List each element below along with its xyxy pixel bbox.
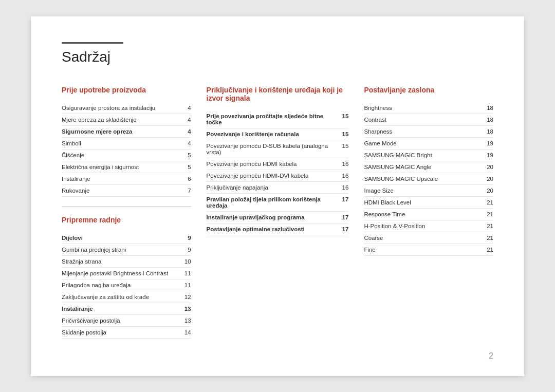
toc-item-page: 12 [184, 294, 191, 300]
toc-item-page: 15 [342, 143, 349, 149]
toc-item-page: 4 [188, 117, 191, 123]
toc-item-label: Povezivanje pomoću HDMI-DVI kabela [207, 173, 337, 179]
toc-item-page: 18 [487, 117, 493, 123]
toc-item: H-Position & V-Position21 [364, 220, 493, 232]
toc-item-page: 21 [487, 223, 493, 229]
toc-item: Instaliranje upravljačkog programa17 [207, 212, 349, 223]
toc-item: Instaliranje13 [62, 303, 191, 315]
toc-item-label: Instaliranje [62, 306, 179, 312]
toc-item: Osiguravanje prostora za instalaciju4 [62, 102, 191, 114]
toc-item-label: Rukovanje [62, 188, 182, 194]
toc-item-label: Pričvršćivanje postolja [62, 318, 179, 324]
toc-item-label: Gumbi na prednjoj strani [62, 247, 182, 253]
section-3-items: Prije povezivanja pročitajte sljedeće bi… [207, 110, 349, 235]
toc-item-label: Električna energija i sigurnost [62, 164, 182, 170]
toc-item-page: 15 [342, 113, 349, 119]
toc-item-page: 20 [487, 176, 493, 182]
toc-item-page: 9 [188, 235, 191, 241]
toc-item: Coarse21 [364, 232, 493, 244]
toc-item-label: Zaključavanje za zaštitu od krađe [62, 294, 179, 300]
toc-item: Sigurnosne mjere opreza4 [62, 126, 191, 138]
toc-item: Instaliranje6 [62, 173, 191, 185]
toc-item: Mjere opreza za skladištenje4 [62, 114, 191, 126]
toc-item-label: Povezivanje i korištenje računala [207, 131, 337, 137]
toc-item-label: Instaliranje upravljačkog programa [207, 214, 337, 220]
toc-item: Brightness18 [364, 102, 493, 114]
toc-item: Čišćenje5 [62, 150, 191, 161]
toc-item-page: 20 [487, 188, 493, 194]
toc-item: Prije povezivanja pročitajte sljedeće bi… [207, 110, 349, 128]
toc-item-page: 7 [188, 188, 191, 194]
toc-item-page: 10 [184, 258, 191, 265]
toc-item-label: Osiguravanje prostora za instalaciju [62, 105, 182, 111]
toc-item-label: Image Size [364, 188, 482, 194]
page-title: Sadržaj [62, 49, 493, 65]
toc-item-page: 4 [188, 105, 191, 111]
toc-item-page: 16 [342, 173, 349, 179]
toc-item: Skidanje postolja14 [62, 327, 191, 339]
toc-item: Električna energija i sigurnost5 [62, 161, 191, 173]
toc-item-page: 11 [184, 270, 191, 276]
toc-item: SAMSUNG MAGIC Upscale20 [364, 173, 493, 185]
document-page: Sadržaj Prije upotrebe proizvoda Osigura… [31, 16, 524, 376]
column-3: Postavljanje zaslona Brightness18Contras… [364, 86, 493, 339]
toc-item-label: SAMSUNG MAGIC Upscale [364, 176, 482, 182]
toc-item: Game Mode19 [364, 138, 493, 150]
section-2-items: Dijelovi9Gumbi na prednjoj strani9Stražn… [62, 232, 191, 339]
toc-item-label: H-Position & V-Position [364, 223, 482, 229]
section-4-items: Brightness18Contrast18Sharpness18Game Mo… [364, 102, 493, 256]
toc-item: Povezivanje pomoću D-SUB kabela (analogn… [207, 140, 349, 158]
toc-item: Simboli4 [62, 138, 191, 150]
toc-item: Fine21 [364, 244, 493, 256]
toc-item-page: 11 [184, 282, 191, 288]
toc-item: Image Size20 [364, 185, 493, 197]
toc-item-page: 19 [487, 140, 493, 146]
toc-item-page: 21 [487, 247, 493, 253]
toc-item: Sharpness18 [364, 126, 493, 138]
toc-item-label: Povezivanje pomoću D-SUB kabela (analogn… [207, 143, 337, 155]
toc-item: Povezivanje pomoću HDMI-DVI kabela16 [207, 170, 349, 182]
toc-item: Contrast18 [364, 114, 493, 126]
toc-item: Pravilan položaj tijela prilikom korište… [207, 194, 349, 212]
toc-item: Pričvršćivanje postolja13 [62, 315, 191, 327]
section-title-2: Pripremne radnje [62, 216, 191, 224]
toc-item: Response Time21 [364, 209, 493, 220]
toc-item-label: Stražnja strana [62, 258, 179, 265]
toc-item-page: 17 [342, 196, 349, 202]
toc-item: Postavljanje optimalne razlučivosti17 [207, 223, 349, 235]
toc-item-label: HDMI Black Level [364, 199, 482, 206]
toc-item-page: 21 [487, 211, 493, 217]
toc-item-label: SAMSUNG MAGIC Bright [364, 152, 482, 158]
toc-item-label: Brightness [364, 105, 482, 111]
toc-item-label: Coarse [364, 235, 482, 241]
toc-item-page: 13 [184, 306, 191, 312]
toc-item-page: 20 [487, 164, 493, 170]
toc-item-page: 5 [188, 152, 191, 158]
toc-item-label: Mijenjanje postavki Brightness i Contras… [62, 270, 179, 276]
toc-item: Gumbi na prednjoj strani9 [62, 244, 191, 256]
toc-item-page: 18 [487, 105, 493, 111]
toc-item: Prilagodba nagiba uređaja11 [62, 279, 191, 291]
toc-item-page: 21 [487, 199, 493, 206]
toc-item: SAMSUNG MAGIC Bright19 [364, 150, 493, 161]
toc-item-page: 4 [188, 140, 191, 146]
toc-item-page: 17 [342, 226, 349, 232]
toc-item: Stražnja strana10 [62, 256, 191, 268]
toc-item-page: 21 [487, 235, 493, 241]
toc-item-page: 16 [342, 184, 349, 191]
toc-item: HDMI Black Level21 [364, 197, 493, 209]
toc-item-label: Čišćenje [62, 152, 182, 158]
toc-item-page: 17 [342, 214, 349, 220]
toc-item-page: 18 [487, 128, 493, 135]
toc-item-label: Povezivanje pomoću HDMI kabela [207, 161, 337, 167]
toc-item: Priključivanje napajanja16 [207, 182, 349, 194]
column-2: Priključivanje i korištenje uređaja koji… [207, 86, 364, 339]
toc-item-label: Instaliranje [62, 176, 182, 182]
toc-item-label: Dijelovi [62, 235, 182, 241]
toc-item-label: Pravilan položaj tijela prilikom korište… [207, 196, 337, 209]
toc-item-label: Simboli [62, 140, 182, 146]
toc-item-label: Contrast [364, 117, 482, 123]
toc-item: Povezivanje pomoću HDMI kabela16 [207, 158, 349, 170]
section-title-3: Priključivanje i korištenje uređaja koji… [207, 86, 349, 102]
section-title-1: Prije upotrebe proizvoda [62, 86, 191, 94]
